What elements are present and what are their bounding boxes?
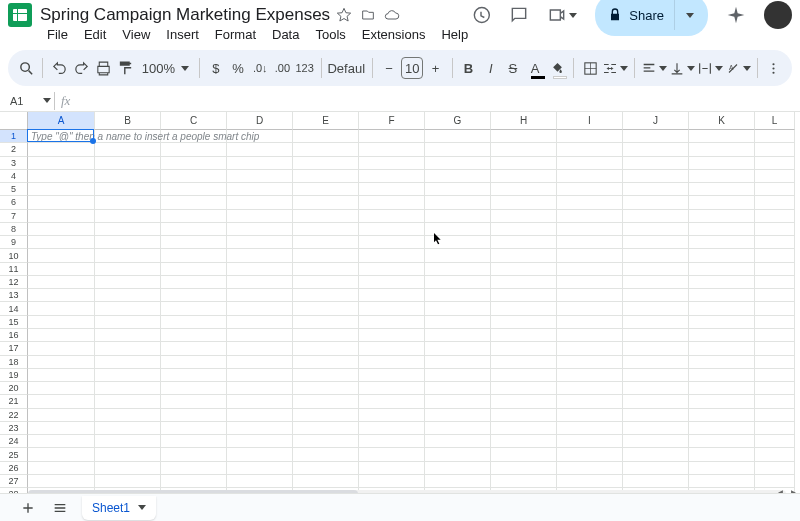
cell-G13[interactable]	[425, 289, 491, 302]
cell-G5[interactable]	[425, 183, 491, 196]
cell-L1[interactable]	[755, 130, 795, 143]
zoom-select[interactable]: 100%	[138, 61, 193, 76]
cell-A20[interactable]	[28, 382, 95, 395]
cell-L22[interactable]	[755, 409, 795, 422]
font-size-input[interactable]: 10	[401, 57, 423, 79]
font-select[interactable]: Defaul...	[327, 61, 366, 76]
cell-B6[interactable]	[95, 196, 161, 209]
merge-button[interactable]	[602, 55, 628, 81]
cell-K16[interactable]	[689, 329, 755, 342]
cell-I8[interactable]	[557, 223, 623, 236]
cell-D20[interactable]	[227, 382, 293, 395]
decrease-font-button[interactable]: −	[379, 55, 399, 81]
row-header-27[interactable]: 27	[0, 475, 28, 488]
col-header-D[interactable]: D	[227, 112, 293, 130]
cell-J12[interactable]	[623, 276, 689, 289]
cell-D24[interactable]	[227, 435, 293, 448]
cell-K6[interactable]	[689, 196, 755, 209]
cell-D22[interactable]	[227, 409, 293, 422]
cell-A15[interactable]	[28, 316, 95, 329]
row-header-5[interactable]: 5	[0, 183, 28, 196]
cell-G24[interactable]	[425, 435, 491, 448]
col-header-F[interactable]: F	[359, 112, 425, 130]
cell-J7[interactable]	[623, 210, 689, 223]
cell-F11[interactable]	[359, 263, 425, 276]
cell-H11[interactable]	[491, 263, 557, 276]
cell-K11[interactable]	[689, 263, 755, 276]
add-sheet-button[interactable]	[18, 498, 38, 518]
menu-data[interactable]: Data	[265, 25, 306, 44]
cell-A9[interactable]	[28, 236, 95, 249]
cell-H16[interactable]	[491, 329, 557, 342]
cell-E13[interactable]	[293, 289, 359, 302]
col-header-B[interactable]: B	[95, 112, 161, 130]
cell-L24[interactable]	[755, 435, 795, 448]
cell-B13[interactable]	[95, 289, 161, 302]
meet-button[interactable]	[547, 5, 577, 25]
cell-H3[interactable]	[491, 157, 557, 170]
cell-F8[interactable]	[359, 223, 425, 236]
col-header-G[interactable]: G	[425, 112, 491, 130]
cell-D21[interactable]	[227, 395, 293, 408]
cell-H22[interactable]	[491, 409, 557, 422]
cell-I20[interactable]	[557, 382, 623, 395]
cell-C13[interactable]	[161, 289, 227, 302]
menu-extensions[interactable]: Extensions	[355, 25, 433, 44]
share-button[interactable]: Share	[595, 0, 708, 36]
cell-A22[interactable]	[28, 409, 95, 422]
cell-K7[interactable]	[689, 210, 755, 223]
cell-A8[interactable]	[28, 223, 95, 236]
cell-J18[interactable]	[623, 356, 689, 369]
cell-G1[interactable]	[425, 130, 491, 143]
cell-H18[interactable]	[491, 356, 557, 369]
cell-H12[interactable]	[491, 276, 557, 289]
cell-G18[interactable]	[425, 356, 491, 369]
cell-K2[interactable]	[689, 143, 755, 156]
cell-L26[interactable]	[755, 462, 795, 475]
spreadsheet-grid[interactable]: ABCDEFGHIJKL 123456789101112131415161718…	[0, 112, 800, 502]
cell-G21[interactable]	[425, 395, 491, 408]
cell-E25[interactable]	[293, 448, 359, 461]
cell-J3[interactable]	[623, 157, 689, 170]
cell-J20[interactable]	[623, 382, 689, 395]
cell-K15[interactable]	[689, 316, 755, 329]
cell-C23[interactable]	[161, 422, 227, 435]
cell-G22[interactable]	[425, 409, 491, 422]
cell-H9[interactable]	[491, 236, 557, 249]
cell-B17[interactable]	[95, 342, 161, 355]
cell-E11[interactable]	[293, 263, 359, 276]
cell-C12[interactable]	[161, 276, 227, 289]
cell-H25[interactable]	[491, 448, 557, 461]
cell-H2[interactable]	[491, 143, 557, 156]
cell-K23[interactable]	[689, 422, 755, 435]
cell-L21[interactable]	[755, 395, 795, 408]
cell-F19[interactable]	[359, 369, 425, 382]
wrap-button[interactable]	[697, 55, 723, 81]
cell-J24[interactable]	[623, 435, 689, 448]
cell-G25[interactable]	[425, 448, 491, 461]
italic-button[interactable]: I	[481, 55, 501, 81]
cell-G11[interactable]	[425, 263, 491, 276]
cell-L18[interactable]	[755, 356, 795, 369]
cell-I2[interactable]	[557, 143, 623, 156]
cell-F21[interactable]	[359, 395, 425, 408]
cell-D23[interactable]	[227, 422, 293, 435]
comments-icon[interactable]	[509, 5, 529, 25]
cell-D16[interactable]	[227, 329, 293, 342]
cell-J9[interactable]	[623, 236, 689, 249]
cell-L14[interactable]	[755, 302, 795, 315]
cell-G16[interactable]	[425, 329, 491, 342]
cell-J14[interactable]	[623, 302, 689, 315]
cell-H26[interactable]	[491, 462, 557, 475]
increase-decimal-button[interactable]: .00	[272, 55, 292, 81]
text-color-button[interactable]: A	[525, 55, 545, 81]
cell-E4[interactable]	[293, 170, 359, 183]
cell-K21[interactable]	[689, 395, 755, 408]
more-formats-button[interactable]: 123	[295, 55, 315, 81]
cell-L23[interactable]	[755, 422, 795, 435]
cell-J16[interactable]	[623, 329, 689, 342]
cell-A2[interactable]	[28, 143, 95, 156]
cell-C25[interactable]	[161, 448, 227, 461]
cell-J1[interactable]	[623, 130, 689, 143]
cell-J22[interactable]	[623, 409, 689, 422]
